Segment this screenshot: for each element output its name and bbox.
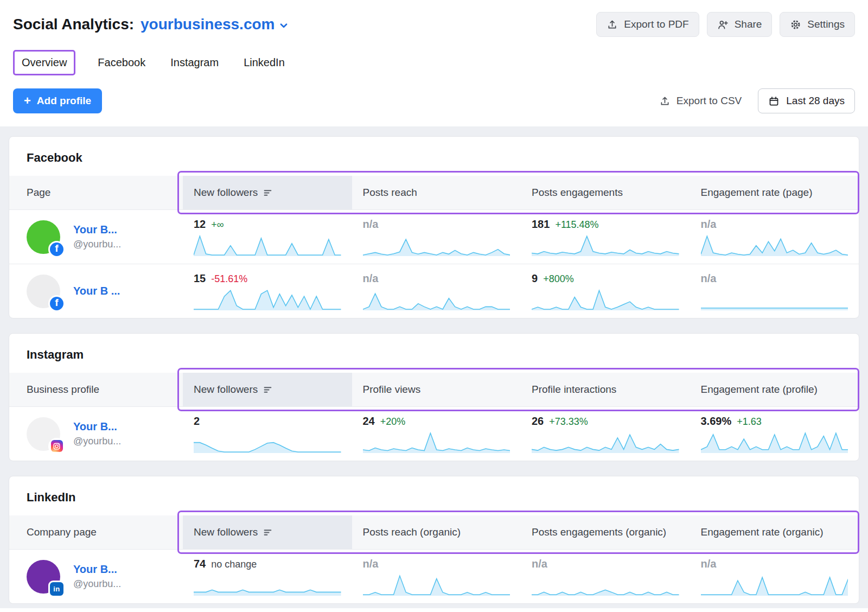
metric-cell-engagement-rate: n/a bbox=[690, 264, 859, 318]
metric-cell-new-followers: 74no change bbox=[183, 550, 352, 603]
sparkline-chart bbox=[532, 431, 679, 453]
sort-descending-icon bbox=[263, 386, 273, 394]
column-header-posts-reach[interactable]: Posts reach bbox=[352, 176, 521, 209]
page-header: Social Analytics: yourbusiness.com Expor… bbox=[0, 0, 868, 126]
column-header-posts-reach-organic[interactable]: Posts reach (organic) bbox=[352, 515, 521, 549]
column-header-new-followers[interactable]: New followers bbox=[183, 515, 352, 549]
sparkline-chart bbox=[363, 574, 510, 596]
metric-delta: +1.63 bbox=[737, 416, 762, 428]
metric-value: 9 bbox=[532, 272, 538, 285]
instagram-section: Instagram Business profile New followers… bbox=[9, 333, 859, 461]
table-row: f Your B... @yourbu... 12+∞ n/a 181+115.… bbox=[9, 209, 859, 264]
sparkline-chart bbox=[701, 234, 848, 256]
metric-cell-posts-reach: n/a bbox=[352, 210, 521, 264]
column-header-page: Page bbox=[9, 176, 183, 209]
metric-cell-engagement-rate: 3.69%+1.63 bbox=[690, 407, 859, 461]
export-csv-button[interactable]: Export to CSV bbox=[659, 95, 742, 107]
sparkline-chart bbox=[363, 289, 510, 310]
sparkline-chart bbox=[194, 234, 341, 256]
column-header-new-followers[interactable]: New followers bbox=[183, 373, 352, 406]
toolbar: + Add profile Export to CSV Last 28 days bbox=[13, 88, 855, 126]
profile-cell: f Your B... @yourbu... bbox=[9, 220, 183, 254]
profile-name-link[interactable]: Your B... bbox=[73, 563, 121, 576]
metric-cell-posts-reach: n/a bbox=[352, 264, 521, 318]
metric-cell-posts-engagements-organic: n/a bbox=[521, 550, 690, 603]
chevron-down-icon bbox=[279, 21, 289, 30]
settings-button[interactable]: Settings bbox=[780, 12, 855, 37]
tab-linkedin[interactable]: LinkedIn bbox=[241, 50, 288, 75]
column-header-engagement-rate-organic[interactable]: Engagement rate (organic) bbox=[690, 515, 859, 549]
tab-facebook[interactable]: Facebook bbox=[95, 50, 148, 75]
sparkline-chart bbox=[194, 289, 341, 310]
metric-value: n/a bbox=[701, 218, 717, 231]
sort-descending-icon bbox=[263, 528, 273, 537]
metric-delta: +20% bbox=[380, 416, 406, 428]
header-actions: Export to PDF Share Settings bbox=[596, 12, 855, 37]
metric-cell-new-followers: 12+∞ bbox=[183, 210, 352, 264]
metric-value: n/a bbox=[701, 558, 717, 570]
metric-cell-new-followers: 2 bbox=[183, 407, 352, 461]
facebook-badge-icon: f bbox=[48, 241, 65, 258]
profile-name-link[interactable]: Your B... bbox=[73, 420, 121, 433]
column-header-engagement-rate[interactable]: Engagement rate (profile) bbox=[690, 373, 859, 406]
share-button[interactable]: Share bbox=[707, 12, 773, 37]
date-range-label: Last 28 days bbox=[786, 95, 845, 107]
project-selector[interactable]: yourbusiness.com bbox=[141, 16, 289, 33]
profile-name-link[interactable]: Your B ... bbox=[73, 285, 120, 297]
sparkline-chart bbox=[363, 234, 510, 256]
column-header-posts-engagements-organic[interactable]: Posts engagements (organic) bbox=[521, 515, 690, 549]
calendar-icon bbox=[768, 95, 780, 107]
metric-cell-engagement-rate-organic: n/a bbox=[690, 550, 859, 603]
add-profile-button[interactable]: + Add profile bbox=[13, 88, 102, 113]
avatar: f bbox=[27, 275, 60, 308]
date-range-button[interactable]: Last 28 days bbox=[758, 88, 855, 113]
export-pdf-label: Export to PDF bbox=[624, 18, 688, 30]
facebook-table-header: Page New followers Posts reach Posts eng… bbox=[9, 176, 859, 209]
profile-handle: @yourbu... bbox=[73, 578, 121, 590]
export-icon bbox=[607, 19, 618, 30]
settings-label: Settings bbox=[807, 18, 845, 30]
profile-name-link[interactable]: Your B... bbox=[73, 224, 121, 236]
metric-value: n/a bbox=[701, 272, 717, 285]
column-header-posts-engagements[interactable]: Posts engagements bbox=[521, 176, 690, 209]
column-header-engagement-rate[interactable]: Engagement rate (page) bbox=[690, 176, 859, 209]
avatar: f bbox=[27, 220, 60, 254]
sparkline-chart bbox=[363, 431, 510, 453]
sparkline-chart bbox=[701, 574, 848, 596]
avatar bbox=[27, 417, 60, 451]
facebook-section: Facebook Page New followers Posts reach … bbox=[9, 136, 859, 318]
plus-icon: + bbox=[24, 95, 31, 107]
linkedin-badge-icon: in bbox=[48, 581, 65, 597]
share-person-icon bbox=[717, 19, 729, 30]
tab-overview[interactable]: Overview bbox=[13, 50, 75, 75]
instagram-badge-icon bbox=[48, 438, 65, 455]
export-pdf-button[interactable]: Export to PDF bbox=[596, 12, 699, 37]
project-name: yourbusiness.com bbox=[141, 16, 275, 33]
column-header-new-followers[interactable]: New followers bbox=[183, 176, 352, 209]
tab-instagram[interactable]: Instagram bbox=[168, 50, 221, 75]
page-title-text: Social Analytics: bbox=[13, 16, 134, 33]
sparkline-chart bbox=[701, 289, 848, 310]
column-header-profile-interactions[interactable]: Profile interactions bbox=[521, 373, 690, 406]
profile-cell: in Your B... @yourbu... bbox=[9, 560, 183, 594]
metric-value: n/a bbox=[363, 558, 379, 570]
profile-cell: Your B... @yourbu... bbox=[9, 417, 183, 451]
sort-descending-icon bbox=[263, 189, 273, 197]
metric-delta: +∞ bbox=[211, 219, 224, 231]
metric-value: 15 bbox=[194, 272, 206, 285]
add-profile-label: Add profile bbox=[37, 95, 91, 107]
table-row: in Your B... @yourbu... 74no change n/a … bbox=[9, 549, 859, 603]
sparkline-chart bbox=[194, 574, 341, 596]
sparkline-chart bbox=[701, 431, 848, 453]
metric-delta: +800% bbox=[543, 273, 574, 285]
column-header-company-page: Company page bbox=[9, 515, 183, 549]
export-icon bbox=[659, 95, 671, 107]
metric-cell-new-followers: 15-51.61% bbox=[183, 264, 352, 318]
avatar: in bbox=[27, 560, 60, 594]
metric-delta: +73.33% bbox=[549, 416, 588, 428]
instagram-table-header: Business profile New followers Profile v… bbox=[9, 373, 859, 406]
linkedin-section: LinkedIn Company page New followers Post… bbox=[9, 476, 859, 604]
column-header-profile-views[interactable]: Profile views bbox=[352, 373, 521, 406]
metric-delta: +115.48% bbox=[555, 219, 598, 231]
metric-value: 2 bbox=[194, 415, 200, 428]
